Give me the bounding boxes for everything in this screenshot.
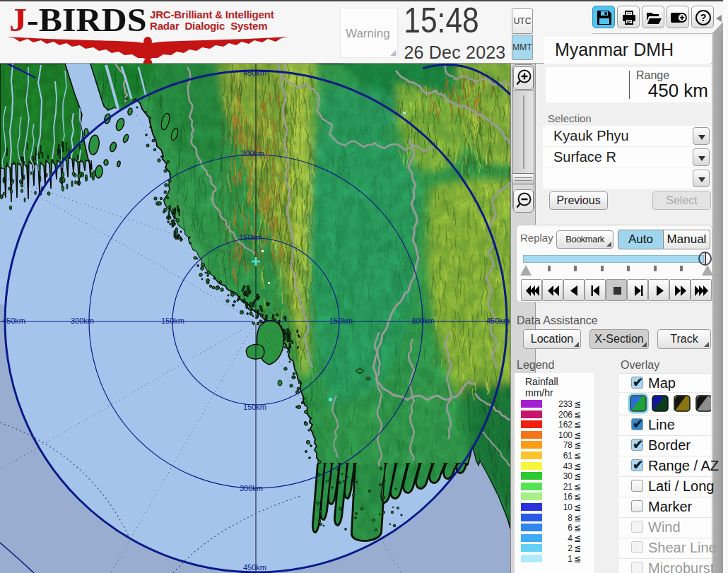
svg-text:300km: 300km: [241, 149, 264, 158]
svg-text:300km: 300km: [240, 484, 263, 492]
svg-text:450km: 450km: [243, 69, 266, 77]
svg-text:150km: 150km: [243, 403, 266, 411]
svg-text:150km: 150km: [161, 317, 184, 325]
svg-text:300km: 300km: [71, 317, 94, 325]
svg-text:450km: 450km: [2, 317, 25, 325]
svg-text:?: ?: [700, 12, 707, 23]
svg-text:450km: 450km: [243, 563, 266, 572]
svg-text:300km: 300km: [411, 317, 435, 325]
svg-text:150km: 150km: [239, 233, 262, 242]
svg-text:150km: 150km: [329, 317, 353, 325]
svg-text:450km: 450km: [486, 317, 510, 325]
